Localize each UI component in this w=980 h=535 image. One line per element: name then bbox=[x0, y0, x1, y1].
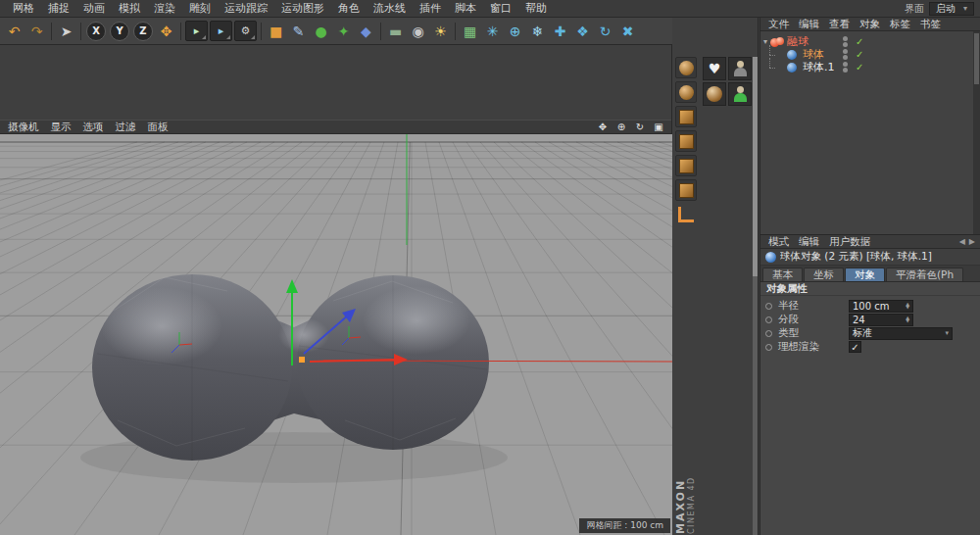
snowflake-icon[interactable]: ❄ bbox=[526, 20, 549, 43]
menu-item[interactable]: 角色 bbox=[331, 0, 367, 17]
coord-system-icon[interactable]: ✥ bbox=[155, 20, 177, 43]
gizmo-origin-handle[interactable] bbox=[299, 357, 305, 363]
scrollbar-thumb[interactable] bbox=[974, 33, 979, 84]
stepper-arrows-icon[interactable] bbox=[945, 330, 949, 337]
visibility-dots[interactable] bbox=[843, 49, 848, 60]
spline-pen-icon[interactable]: ✎ bbox=[287, 20, 310, 43]
menu-item[interactable]: 雕刻 bbox=[182, 0, 218, 17]
y-axis-lock[interactable]: Y bbox=[110, 22, 129, 41]
menu-item[interactable]: 插件 bbox=[413, 0, 448, 17]
rotation-icon[interactable]: ↻ bbox=[594, 20, 616, 43]
camera-icon[interactable]: ◉ bbox=[407, 20, 429, 43]
property-input[interactable]: 100 cm bbox=[849, 300, 913, 313]
attribute-tab[interactable]: 基本 bbox=[762, 268, 803, 281]
pan-view-icon[interactable]: ✥ bbox=[595, 121, 611, 133]
keyframe-circle-icon[interactable] bbox=[765, 330, 772, 337]
object-manager-menu-item[interactable]: 对象 bbox=[855, 18, 885, 31]
keyframe-circle-icon[interactable] bbox=[765, 303, 772, 310]
edge-mode-icon[interactable] bbox=[675, 155, 697, 176]
menu-item[interactable]: 流水线 bbox=[367, 0, 413, 17]
render-picture-viewer-icon[interactable]: ▸ bbox=[210, 21, 232, 41]
toggle-view-icon[interactable]: ▣ bbox=[651, 121, 666, 133]
mode-scrollbar[interactable] bbox=[753, 57, 758, 535]
menu-item[interactable]: 脚本 bbox=[448, 0, 483, 17]
attribute-tab[interactable]: 平滑着色(Ph bbox=[886, 268, 963, 281]
menu-item[interactable]: 帮助 bbox=[518, 0, 554, 17]
asset-thumb-figure-green[interactable] bbox=[728, 82, 752, 106]
subdivision-surface-icon[interactable]: ● bbox=[310, 20, 332, 43]
texture-mode-icon[interactable] bbox=[675, 106, 697, 127]
live-selection-icon[interactable]: ➤ bbox=[55, 20, 77, 43]
gravity-icon[interactable]: ⊕ bbox=[504, 20, 526, 43]
attribute-tab[interactable]: 对象 bbox=[845, 268, 885, 281]
menu-item[interactable]: 网格 bbox=[6, 0, 41, 17]
viewport-menu-item[interactable]: 选项 bbox=[77, 121, 110, 134]
stepper-arrows-icon[interactable] bbox=[906, 303, 909, 309]
viewport-menu-item[interactable]: 面板 bbox=[142, 121, 174, 134]
add-cube-icon[interactable]: ■ bbox=[265, 20, 287, 43]
asset-thumb-heart[interactable]: ♥ bbox=[703, 57, 726, 80]
network-icon[interactable]: ❖ bbox=[571, 20, 594, 43]
enabled-check-icon[interactable]: ✓ bbox=[856, 61, 863, 73]
keyframe-circle-icon[interactable] bbox=[765, 344, 772, 351]
enabled-check-icon[interactable]: ✓ bbox=[856, 48, 863, 61]
asset-thumb-sphere[interactable] bbox=[703, 82, 726, 106]
menu-item[interactable]: 渲染 bbox=[147, 0, 182, 17]
menu-item[interactable]: 捕捉 bbox=[41, 0, 76, 17]
stepper-arrows-icon[interactable] bbox=[906, 316, 909, 322]
history-forward-icon[interactable]: ▶ bbox=[969, 237, 975, 246]
menu-item[interactable]: 窗口 bbox=[483, 0, 518, 17]
point-mode-icon[interactable] bbox=[675, 130, 697, 152]
attribute-menu-item[interactable]: 编辑 bbox=[794, 235, 824, 249]
generator-icon[interactable]: ✦ bbox=[332, 20, 355, 43]
make-editable-icon[interactable] bbox=[675, 57, 697, 78]
viewport-canvas[interactable]: 网格间距 : 100 cm bbox=[0, 134, 672, 535]
object-row[interactable]: 球体 ✓ bbox=[760, 48, 980, 61]
asset-thumb-figure[interactable] bbox=[728, 57, 752, 80]
object-manager-menu-item[interactable]: 标签 bbox=[885, 18, 915, 31]
display-mode-icon[interactable]: ▦ bbox=[459, 20, 481, 43]
object-manager-scrollbar[interactable] bbox=[973, 31, 980, 234]
light-icon[interactable]: ☀ bbox=[429, 20, 452, 43]
object-manager-menu-item[interactable]: 查看 bbox=[824, 18, 855, 31]
attribute-tab[interactable]: 坐标 bbox=[804, 268, 844, 281]
viewport-menu-item[interactable]: 过滤 bbox=[110, 121, 142, 134]
scrollbar-thumb[interactable] bbox=[753, 57, 758, 276]
polygon-mode-icon[interactable] bbox=[675, 179, 697, 201]
attractor-icon[interactable]: ✚ bbox=[549, 20, 571, 43]
object-name[interactable]: 球体.1 bbox=[803, 60, 835, 74]
deformer-icon[interactable]: ◆ bbox=[355, 20, 377, 43]
viewport-menu-item[interactable]: 显示 bbox=[45, 121, 77, 134]
viewport-3d-scene[interactable] bbox=[0, 134, 672, 535]
rotate-view-icon[interactable]: ↻ bbox=[632, 121, 648, 133]
property-input[interactable]: 标准 bbox=[849, 327, 953, 340]
enabled-check-icon[interactable]: ✓ bbox=[856, 35, 863, 48]
render-view-icon[interactable]: ▸ bbox=[185, 21, 208, 41]
object-manager-menu-item[interactable]: 书签 bbox=[915, 18, 946, 31]
visibility-dots[interactable] bbox=[843, 62, 848, 73]
floor-icon[interactable]: ▬ bbox=[384, 20, 407, 43]
history-back-icon[interactable]: ◀ bbox=[959, 237, 965, 246]
viewport-menu-item[interactable]: 摄像机 bbox=[2, 121, 45, 134]
property-input[interactable]: ✓ bbox=[849, 341, 861, 353]
object-manager-menu-item[interactable]: 编辑 bbox=[794, 18, 824, 31]
model-mode-icon[interactable] bbox=[675, 81, 697, 103]
redo-icon[interactable]: ↷ bbox=[25, 20, 48, 43]
x-axis-lock[interactable]: X bbox=[86, 22, 106, 41]
visibility-dots[interactable] bbox=[843, 36, 848, 47]
object-row[interactable]: ▾ 融球 ✓ bbox=[760, 35, 980, 48]
menu-item[interactable]: 运动跟踪 bbox=[218, 0, 274, 17]
z-axis-lock[interactable]: Z bbox=[133, 22, 153, 41]
menu-item[interactable]: 模拟 bbox=[112, 0, 147, 17]
particles-icon[interactable]: ✳ bbox=[481, 20, 504, 43]
keyframe-circle-icon[interactable] bbox=[765, 316, 772, 323]
attribute-menu-item[interactable]: 模式 bbox=[763, 235, 794, 249]
attribute-menu-item[interactable]: 用户数据 bbox=[824, 235, 875, 249]
object-manager-menu-item[interactable]: 文件 bbox=[763, 18, 794, 31]
undo-icon[interactable]: ↶ bbox=[3, 20, 25, 43]
zoom-view-icon[interactable]: ⊕ bbox=[613, 121, 629, 133]
interface-dropdown[interactable]: 启动 ▾ bbox=[929, 2, 974, 16]
render-settings-icon[interactable]: ⚙ bbox=[234, 21, 257, 41]
property-input[interactable]: 24 bbox=[849, 314, 913, 326]
enable-axis-icon[interactable] bbox=[675, 204, 697, 225]
